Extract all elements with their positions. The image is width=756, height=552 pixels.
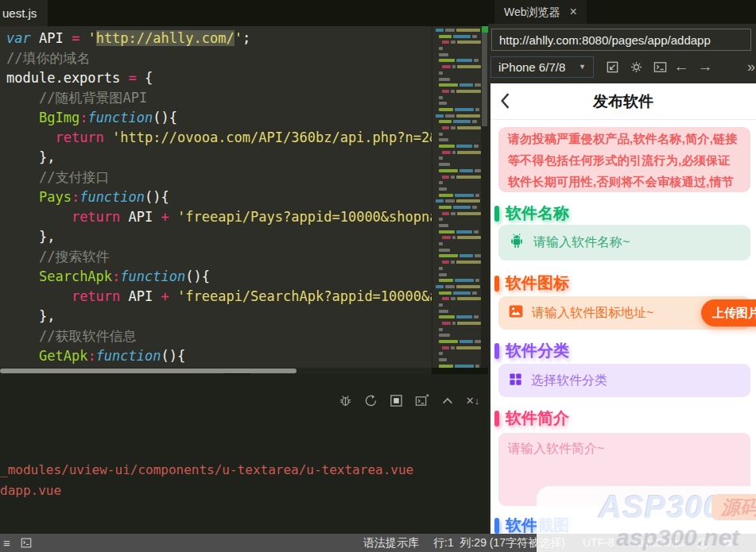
- console-error-line: _modules/uview-ui/components/u-textarea/…: [0, 460, 413, 481]
- section-bar: [494, 411, 499, 427]
- hbuilderx-window: uest.js var API = 'http://ahlly.com/';//…: [0, 0, 756, 552]
- section-bar: [494, 343, 499, 359]
- section-title-app-icon: 软件图标: [494, 272, 569, 294]
- syntax-hint-status[interactable]: 语法提示库: [363, 534, 419, 552]
- code-editor[interactable]: var API = 'http://ahlly.com/';//填你的域名mod…: [0, 26, 432, 368]
- web-preview: 发布软件 请勿投稿严重侵权产品,软件名称,简介,链接等不得包括任何形式的引流行为…: [488, 83, 756, 534]
- section-title-app-intro: 软件简介: [494, 407, 569, 429]
- app-category-select[interactable]: 选择软件分类: [498, 364, 750, 397]
- upload-image-button[interactable]: 上传图片: [701, 299, 756, 326]
- browser-panel: Web浏览器 × iPhone 6/7/8 ▼: [488, 0, 756, 534]
- terminal-icon[interactable]: [651, 57, 669, 76]
- console-output: _modules/uview-ui/components/u-textarea/…: [0, 460, 413, 501]
- minimap-change-marker: [482, 26, 488, 33]
- app-name-input[interactable]: 请输入软件名称~: [498, 225, 750, 261]
- section-bar: [494, 518, 499, 534]
- console-toolbar: ✕↓: [338, 393, 480, 408]
- open-external-browser-icon[interactable]: [603, 57, 621, 76]
- code-line: //搜索软件: [6, 247, 432, 267]
- code-line: //填你的域名: [6, 48, 432, 68]
- code-line: return API + 'freeapi/SearchApk?appid=10…: [6, 287, 432, 307]
- minimap[interactable]: [432, 26, 481, 368]
- app-icon-placeholder: 请输入软件图标地址~: [532, 305, 653, 322]
- code-line: //随机背景图API: [6, 88, 432, 108]
- watermark-overlay: ASP300 源码 asp300.net: [537, 486, 756, 552]
- collapse-panel-icon[interactable]: [440, 393, 455, 408]
- page-navbar: 发布软件: [490, 83, 756, 120]
- code-line: module.exports = {: [6, 68, 432, 88]
- app-category-placeholder: 选择软件分类: [531, 373, 607, 389]
- back-arrow-icon[interactable]: ←: [673, 57, 690, 76]
- image-icon: [508, 303, 524, 322]
- page-title: 发布软件: [490, 83, 756, 119]
- code-line: Pays:function(){: [6, 187, 432, 207]
- watermark-brand: ASP300: [599, 489, 722, 525]
- menu-icon[interactable]: ≡: [3, 536, 10, 550]
- browser-tab[interactable]: Web浏览器 ×: [494, 0, 587, 24]
- browser-tab-label: Web浏览器: [504, 0, 560, 24]
- new-terminal-icon[interactable]: [414, 393, 429, 408]
- watermark-site: asp300.net: [616, 524, 739, 551]
- close-icon[interactable]: ×: [570, 1, 577, 23]
- phone-screen: 发布软件 请勿投稿严重侵权产品,软件名称,简介,链接等不得包括任何形式的引流行为…: [490, 83, 756, 534]
- warning-notice: 请勿投稿严重侵权产品,软件名称,简介,链接等不得包括任何形式的引流行为,必须保证…: [498, 127, 750, 192]
- console-error-line: dapp.vue: [0, 481, 413, 501]
- stop-icon[interactable]: [389, 393, 404, 408]
- console-panel: ✕↓ _modules/uview-ui/components/u-textar…: [0, 374, 488, 534]
- minimap-scrollbar-thumb[interactable]: [482, 26, 487, 126]
- code-line: GetApk:function(){: [6, 346, 432, 366]
- editor-panel: uest.js var API = 'http://ahlly.com/';//…: [0, 0, 488, 534]
- horizontal-scrollbar[interactable]: [0, 368, 432, 374]
- minimap-scrollbar[interactable]: [481, 26, 488, 368]
- debug-bug-icon[interactable]: [338, 393, 353, 408]
- clear-console-icon[interactable]: ✕↓: [465, 393, 480, 408]
- code-line: BgImg:function(){: [6, 108, 432, 128]
- code-line: },: [6, 148, 432, 168]
- code-line: return API + 'freeapi/Pays?appid=10000&s…: [6, 207, 432, 227]
- restart-icon[interactable]: [363, 393, 378, 408]
- horizontal-scrollbar-thumb[interactable]: [0, 369, 297, 373]
- statusbar-terminal-icon[interactable]: [21, 538, 32, 548]
- code-line: //支付接口: [6, 168, 432, 187]
- app-intro-placeholder: 请输入软件简介~: [508, 442, 604, 455]
- code-line: },: [6, 227, 432, 247]
- android-icon: [508, 233, 525, 253]
- section-title-app-category: 软件分类: [494, 340, 569, 361]
- gear-icon[interactable]: [627, 57, 645, 76]
- code-line: SearchApk:function(){: [6, 267, 432, 287]
- code-line: return 'http://ovooa.com/API/360bz/api.p…: [6, 128, 432, 148]
- editor-tab-request-js[interactable]: uest.js: [0, 0, 48, 26]
- section-title-app-name: 软件名称: [494, 203, 569, 224]
- browser-toolbar: iPhone 6/7/8 ▼ ← → »: [488, 24, 756, 83]
- section-bar: [494, 276, 499, 291]
- url-input[interactable]: [491, 29, 751, 51]
- section-bar: [494, 206, 499, 222]
- browser-tabbar: Web浏览器 ×: [488, 0, 756, 24]
- chevron-down-icon: ▼: [579, 57, 586, 77]
- grid-icon: [508, 372, 523, 390]
- more-tools-icon[interactable]: »: [742, 57, 756, 76]
- forward-arrow-icon[interactable]: →: [696, 57, 714, 76]
- code-line: },: [6, 307, 432, 326]
- watermark-badge: 源码: [711, 494, 756, 520]
- code-line: var API = 'http://ahlly.com/';: [6, 29, 432, 48]
- device-select-value: iPhone 6/7/8: [498, 57, 565, 77]
- app-name-placeholder: 请输入软件名称~: [533, 234, 630, 251]
- code-line: //获取软件信息: [6, 326, 432, 346]
- editor-tabbar: uest.js: [0, 0, 488, 26]
- device-select[interactable]: iPhone 6/7/8 ▼: [490, 56, 594, 78]
